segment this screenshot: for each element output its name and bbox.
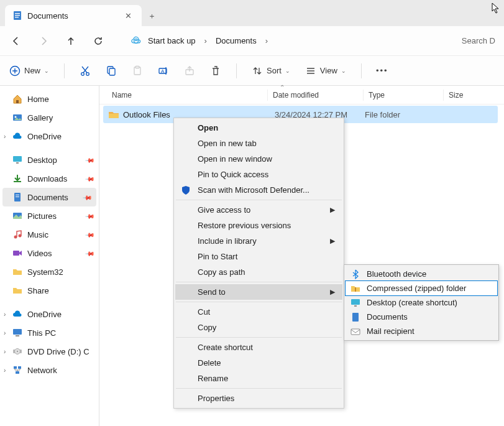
search-input[interactable]: Search D [462,36,495,45]
sidebar-item-share[interactable]: Share [0,281,99,300]
window-tab[interactable]: Documents ✕ [5,5,142,26]
sort-button[interactable]: Sort ⌄ [252,65,290,76]
breadcrumb[interactable]: Start back up › Documents › [131,35,449,47]
shield-icon [180,185,191,196]
pin-icon: 📌 [85,174,95,183]
svg-rect-34 [18,366,21,369]
svg-point-7 [86,72,89,75]
cm-pin-quick-access[interactable]: Pin to Quick access [175,167,342,182]
svg-rect-33 [14,366,17,369]
tab-title: Documents [27,11,117,21]
sidebar-item-onedrive2[interactable]: ›OneDrive [0,305,99,323]
more-icon[interactable]: ••• [377,65,388,76]
cm-rename[interactable]: Rename [175,371,342,386]
chevron-right-icon: ▶ [330,206,335,214]
rename-icon[interactable]: A [158,65,169,76]
documents-icon [12,11,22,21]
sm-mail-recipient[interactable]: Mail recipient [346,324,497,338]
view-label: View [320,66,337,75]
documents-icon [350,312,361,323]
sidebar-item-network[interactable]: ›Network [0,361,99,379]
cm-pin-start[interactable]: Pin to Start [175,249,342,264]
cm-give-access[interactable]: Give access to▶ [175,202,342,218]
cm-properties[interactable]: Properties [175,391,342,406]
column-headers[interactable]: ⌃ Name Date modified Type Size [99,86,504,104]
cloud-sync-icon [131,35,142,47]
column-date[interactable]: Date modified [273,91,363,100]
dvd-icon [12,346,22,356]
new-label: New [24,66,40,75]
svg-rect-39 [352,313,359,322]
cm-copy-path[interactable]: Copy as path [175,264,342,280]
cm-open-new-tab[interactable]: Open in new tab [175,136,342,151]
sort-icon [252,65,263,76]
sm-documents[interactable]: Documents [346,310,497,324]
sort-label: Sort [267,66,282,75]
sidebar-item-gallery[interactable]: Gallery [0,108,99,127]
svg-rect-15 [16,100,19,103]
svg-rect-37 [351,299,360,305]
sendto-submenu: Bluetooth device Compressed (zipped) fol… [344,264,499,341]
chevron-right-icon: › [4,133,6,140]
view-icon [305,65,316,76]
folder-icon [108,109,119,120]
sidebar-item-pictures[interactable]: Pictures📌 [0,206,99,225]
column-name[interactable]: Name [112,91,267,100]
sidebar-item-onedrive[interactable]: ›OneDrive [0,127,99,146]
copy-icon[interactable] [106,65,117,76]
refresh-button[interactable] [91,36,106,46]
cm-scan-defender[interactable]: Scan with Microsoft Defender... [175,182,342,198]
sidebar-item-home[interactable]: Home [0,90,99,108]
file-type: File folder [365,110,439,119]
cm-delete[interactable]: Delete [175,355,342,371]
column-type[interactable]: Type [369,91,443,100]
sidebar-item-desktop[interactable]: Desktop📌 [0,150,99,169]
forward-button[interactable] [36,36,51,46]
cm-create-shortcut[interactable]: Create shortcut [175,340,342,355]
delete-icon[interactable] [210,65,221,76]
sidebar-item-documents[interactable]: Documents📌 [2,188,96,206]
cm-copy[interactable]: Copy [175,320,342,335]
breadcrumb-backup[interactable]: Start back up [148,36,196,45]
cm-open-new-window[interactable]: Open in new window [175,151,342,167]
sm-bluetooth[interactable]: Bluetooth device [346,267,497,281]
gallery-icon [12,113,22,123]
cut-icon[interactable] [80,65,91,76]
svg-point-17 [15,116,17,118]
svg-rect-22 [16,195,19,195]
sidebar-item-videos[interactable]: Videos📌 [0,244,99,262]
sidebar-item-dvd[interactable]: ›DVD Drive (D:) C [0,342,99,361]
sidebar-item-downloads[interactable]: Downloads📌 [0,169,99,188]
home-icon [12,94,22,104]
svg-rect-29 [16,335,19,336]
view-button[interactable]: View ⌄ [305,65,346,76]
cm-cut[interactable]: Cut [175,304,342,320]
new-tab-button[interactable]: ＋ [142,6,162,26]
cm-send-to[interactable]: Send to▶ [175,284,342,300]
chevron-down-icon: ⌄ [341,68,346,74]
sm-compressed-folder[interactable]: Compressed (zipped) folder [345,280,498,296]
svg-text:A: A [161,68,165,74]
back-button[interactable] [9,36,24,46]
svg-rect-28 [13,329,22,335]
sidebar-item-music[interactable]: Music📌 [0,225,99,244]
svg-rect-19 [16,162,19,164]
close-icon[interactable]: ✕ [122,9,134,22]
up-button[interactable] [63,36,78,46]
cm-include-library[interactable]: Include in library▶ [175,233,342,249]
sidebar-item-system32[interactable]: System32 [0,262,99,281]
paste-icon[interactable] [132,65,143,76]
sidebar-item-thispc[interactable]: ›This PC [0,323,99,342]
sm-desktop-shortcut[interactable]: Desktop (create shortcut) [346,295,497,310]
cm-restore-versions[interactable]: Restore previous versions [175,218,342,233]
sort-indicator-icon: ⌃ [280,84,285,91]
new-button[interactable]: New ⌄ [9,65,49,76]
sidebar: Home Gallery ›OneDrive Desktop📌 Download… [0,86,99,426]
breadcrumb-documents[interactable]: Documents [216,36,257,45]
folder-icon [12,267,22,277]
column-size[interactable]: Size [449,91,498,100]
cm-open[interactable]: Open [175,120,342,136]
share-icon[interactable] [184,65,195,76]
svg-rect-3 [15,17,19,17]
chevron-right-icon: › [4,311,6,318]
